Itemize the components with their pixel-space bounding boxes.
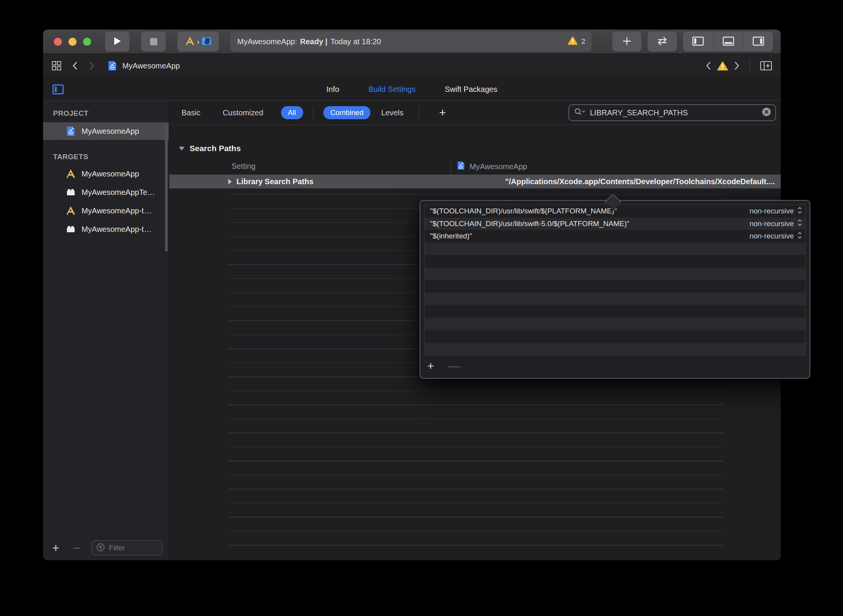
activity-status-bar[interactable]: MyAwesomeApp: Ready | Today at 18:20 2 xyxy=(230,32,591,52)
project-targets-sidebar: PROJECT MyAwesomeApp TARGETS MyAwesomeAp… xyxy=(43,101,169,560)
empty-row xyxy=(425,243,805,255)
zoom-window-button[interactable] xyxy=(83,38,91,46)
run-button[interactable] xyxy=(105,32,130,52)
search-icon xyxy=(574,107,586,118)
scope-customized[interactable]: Customized xyxy=(223,108,263,117)
add-target-button[interactable]: + xyxy=(52,542,59,554)
minimize-window-button[interactable] xyxy=(68,38,77,46)
path-value[interactable]: "$(inherited)" xyxy=(430,232,472,240)
sidebar-item-project[interactable]: MyAwesomeApp xyxy=(43,122,169,140)
empty-row xyxy=(425,343,805,355)
sidebar-scrollbar[interactable] xyxy=(165,125,168,251)
project-sidebar-toggle-icon[interactable] xyxy=(52,84,64,95)
recursion-select[interactable]: non-recursive xyxy=(750,231,802,241)
search-input[interactable] xyxy=(590,108,761,117)
add-setting-button[interactable]: + xyxy=(439,107,446,118)
column-setting: Setting xyxy=(232,162,255,171)
sidebar-item-label: MyAwesomeApp xyxy=(82,127,139,136)
divider xyxy=(750,60,750,72)
view-combined-pill[interactable]: Combined xyxy=(323,106,371,119)
sidebar-footer: + − xyxy=(43,536,169,560)
right-panel-icon xyxy=(753,37,764,47)
empty-row xyxy=(425,280,805,293)
sidebar-item-target-tests-2[interactable]: MyAwesomeApp-t… xyxy=(43,220,169,238)
divider xyxy=(419,106,419,119)
stepper-icon[interactable] xyxy=(797,231,802,241)
add-path-button[interactable]: + xyxy=(427,360,434,372)
path-value[interactable]: "$(TOOLCHAIN_DIR)/usr/lib/swift/$(PLATFO… xyxy=(430,207,617,215)
tab-info[interactable]: Info xyxy=(327,85,339,94)
column-target: MyAwesomeApp xyxy=(457,161,527,172)
breadcrumb[interactable]: MyAwesomeApp xyxy=(122,62,180,70)
remove-target-button[interactable]: − xyxy=(73,542,80,554)
tab-build-settings[interactable]: Build Settings xyxy=(368,85,415,94)
project-editor-tabs: Info Build Settings Swift Packages xyxy=(327,85,497,94)
titlebar: › MyAwesomeApp: Ready | Today at 18:20 2 xyxy=(43,30,781,54)
path-value[interactable]: "$(TOOLCHAIN_DIR)/usr/lib/swift-5.0/$(PL… xyxy=(430,220,629,228)
warning-badge[interactable]: 2 xyxy=(568,36,585,47)
issue-warning-icon[interactable] xyxy=(717,61,728,71)
stop-button[interactable] xyxy=(141,32,166,52)
forward-chevron-icon[interactable] xyxy=(89,61,95,70)
popover-body: "$(TOOLCHAIN_DIR)/usr/lib/swift/$(PLATFO… xyxy=(420,200,810,379)
warning-icon xyxy=(568,36,578,47)
toggle-bottom-panel-button[interactable] xyxy=(713,32,743,52)
app-target-icon xyxy=(185,37,195,47)
scope-all-pill[interactable]: All xyxy=(281,106,303,119)
recursion-select[interactable]: non-recursive xyxy=(750,206,802,216)
warning-count: 2 xyxy=(581,37,585,46)
disclosure-down-icon xyxy=(178,144,185,153)
empty-row xyxy=(425,255,805,268)
remove-path-button[interactable]: — xyxy=(449,360,460,372)
recursion-value: non-recursive xyxy=(750,220,794,228)
scheme-selector[interactable]: › xyxy=(177,32,219,52)
toggle-left-panel-button[interactable] xyxy=(683,32,713,52)
section-title: Search Paths xyxy=(190,144,241,153)
test-target-icon xyxy=(65,188,76,196)
tab-swift-packages[interactable]: Swift Packages xyxy=(445,85,497,94)
app-target-icon xyxy=(65,206,76,215)
path-row[interactable]: "$(inherited)" non-recursive xyxy=(425,230,805,243)
chevron-right-icon: › xyxy=(197,37,200,46)
editor-swap-button[interactable] xyxy=(648,32,677,52)
editor-tab-row: Info Build Settings Swift Packages xyxy=(43,78,781,101)
column-target-label: MyAwesomeApp xyxy=(470,162,527,171)
section-search-paths[interactable]: Search Paths xyxy=(178,144,241,153)
recursion-select[interactable]: non-recursive xyxy=(750,218,802,229)
add-editor-icon[interactable] xyxy=(760,61,772,71)
column-divider[interactable] xyxy=(451,159,451,175)
sidebar-item-label: MyAwesomeApp xyxy=(82,170,139,178)
toggle-right-panel-button[interactable] xyxy=(743,32,773,52)
sidebar-filter-field[interactable] xyxy=(92,540,163,556)
sidebar-item-target-tests[interactable]: MyAwesomeAppTe… xyxy=(43,183,169,201)
empty-row xyxy=(425,268,805,280)
close-window-button[interactable] xyxy=(54,38,62,46)
settings-filter-bar: Basic Customized All Combined Levels + xyxy=(169,101,781,125)
prev-issue-chevron-icon[interactable] xyxy=(706,61,711,70)
stepper-icon[interactable] xyxy=(797,218,802,229)
next-issue-chevron-icon[interactable] xyxy=(734,61,740,70)
device-icon xyxy=(202,36,212,47)
divider xyxy=(53,144,169,144)
library-add-button[interactable] xyxy=(612,32,641,52)
sidebar-item-target-app-2[interactable]: MyAwesomeApp-t… xyxy=(43,202,169,220)
scope-basic[interactable]: Basic xyxy=(182,108,200,117)
filter-icon xyxy=(96,543,105,553)
status-app-name: MyAwesomeApp: xyxy=(237,37,297,46)
window-controls xyxy=(54,38,91,46)
view-levels[interactable]: Levels xyxy=(381,108,403,117)
back-chevron-icon[interactable] xyxy=(72,61,78,70)
filter-input[interactable] xyxy=(109,544,155,552)
project-file-icon xyxy=(65,126,76,137)
sidebar-item-target-app[interactable]: MyAwesomeApp xyxy=(43,165,169,183)
clear-search-icon[interactable] xyxy=(761,107,771,119)
targets-header: TARGETS xyxy=(53,153,169,161)
app-target-icon xyxy=(65,169,76,178)
path-row[interactable]: "$(TOOLCHAIN_DIR)/usr/lib/swift-5.0/$(PL… xyxy=(425,218,805,230)
related-items-icon[interactable] xyxy=(52,61,62,71)
stepper-icon[interactable] xyxy=(797,206,802,216)
settings-search-field[interactable] xyxy=(568,104,776,121)
bottom-panel-icon xyxy=(723,37,734,47)
test-target-icon xyxy=(65,225,76,233)
empty-row xyxy=(425,293,805,305)
